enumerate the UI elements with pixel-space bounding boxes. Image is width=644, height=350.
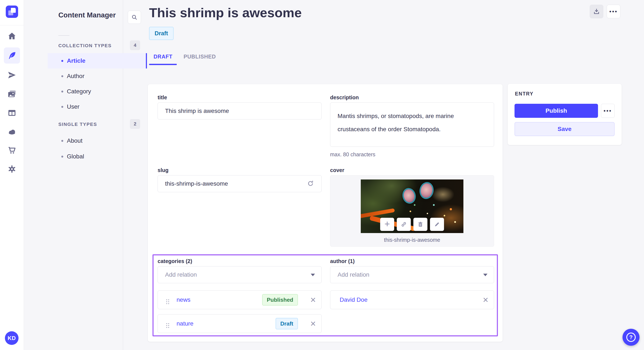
- pencil-icon: [434, 221, 440, 227]
- relation-link-news[interactable]: news: [176, 296, 190, 303]
- title-field-label: title: [158, 94, 167, 101]
- sidebar-item-user[interactable]: User: [48, 99, 147, 114]
- sidebar-divider: [58, 35, 70, 36]
- bullet-icon: [61, 106, 63, 108]
- collection-types-count: 4: [130, 40, 140, 50]
- drag-handle-icon[interactable]: [166, 298, 169, 302]
- settings-icon[interactable]: [4, 161, 20, 177]
- content-manager-icon[interactable]: [4, 47, 20, 64]
- relation-link-nature[interactable]: nature: [176, 320, 193, 327]
- refresh-icon: [307, 180, 314, 187]
- home-icon[interactable]: [4, 28, 20, 44]
- strapi-content-manager-screen: KD Content Manager COLLECTION TYPES 4 Ar…: [0, 0, 644, 350]
- more-icon: •••: [609, 9, 618, 14]
- status-badge: Draft: [149, 27, 174, 40]
- author-relation-input[interactable]: [330, 266, 494, 283]
- delete-asset-button[interactable]: [413, 218, 428, 231]
- sidebar-item-category[interactable]: Category: [48, 84, 147, 99]
- sidebar-item-label: User: [67, 103, 80, 110]
- releases-icon[interactable]: [4, 67, 20, 83]
- bullet-icon: [61, 75, 63, 77]
- tab-published[interactable]: PUBLISHED: [184, 54, 216, 60]
- content-type-builder-icon[interactable]: [4, 105, 20, 121]
- link-icon: [400, 221, 407, 228]
- slug-input[interactable]: [158, 175, 322, 192]
- nav-rail: KD: [0, 0, 24, 350]
- active-tab-underline: [149, 64, 177, 65]
- more-icon: •••: [604, 108, 612, 114]
- sidebar-title: Content Manager: [58, 11, 116, 19]
- entry-more-button[interactable]: •••: [601, 104, 614, 118]
- bullet-icon: [61, 156, 63, 158]
- remove-relation-button[interactable]: ×: [310, 319, 316, 328]
- sidebar-item-author[interactable]: Author: [48, 68, 147, 84]
- relation-row-david-doe: David Doe ×: [330, 291, 494, 309]
- save-button[interactable]: Save: [514, 122, 614, 136]
- page-title: This shrimp is awesome: [149, 5, 302, 20]
- question-mark-icon: ?: [626, 333, 636, 342]
- search-button[interactable]: [128, 11, 141, 24]
- bullet-icon: [61, 91, 63, 93]
- categories-relation-input[interactable]: [158, 266, 321, 283]
- add-asset-button[interactable]: +: [380, 218, 394, 231]
- deploy-icon[interactable]: [4, 124, 20, 140]
- entry-panel-title: ENTRY: [515, 91, 534, 97]
- single-types-count: 2: [130, 119, 140, 129]
- bullet-icon: [61, 60, 63, 62]
- description-field-label: description: [330, 94, 359, 101]
- single-types-label: SINGLE TYPES: [58, 122, 97, 127]
- relation-link-david-doe[interactable]: David Doe: [340, 296, 368, 303]
- draft-status-badge: Draft: [276, 318, 298, 329]
- trash-icon: [417, 221, 424, 227]
- sidebar-item-label: Article: [67, 57, 86, 64]
- header-more-button[interactable]: •••: [607, 5, 620, 18]
- regenerate-slug-button[interactable]: [307, 180, 314, 187]
- tab-draft[interactable]: DRAFT: [154, 54, 172, 60]
- plus-icon: +: [384, 219, 390, 229]
- help-button[interactable]: ?: [622, 329, 640, 346]
- collection-types-label: COLLECTION TYPES: [58, 43, 112, 48]
- marketplace-icon[interactable]: [4, 142, 20, 159]
- cover-field-label: cover: [330, 167, 344, 173]
- remove-relation-button[interactable]: ×: [310, 295, 316, 305]
- drag-handle-icon[interactable]: [166, 321, 169, 326]
- shrimp-arm-art: [361, 208, 395, 218]
- sidebar-item-article[interactable]: Article: [48, 53, 147, 68]
- remove-relation-button[interactable]: ×: [483, 295, 488, 305]
- edit-asset-button[interactable]: [430, 218, 444, 231]
- sidebar-item-about[interactable]: About: [48, 133, 147, 149]
- sidebar-item-label: Global: [67, 153, 84, 160]
- relation-row-nature: nature Draft ×: [158, 314, 322, 333]
- publish-button[interactable]: Publish: [514, 104, 598, 118]
- cover-filename: this-shrimp-is-awesome: [330, 237, 494, 243]
- author-relation-combobox[interactable]: [330, 266, 494, 283]
- sidebar-item-global[interactable]: Global: [48, 149, 147, 164]
- user-avatar[interactable]: KD: [5, 331, 18, 345]
- search-icon: [131, 14, 138, 20]
- author-field-label: author (1): [330, 258, 354, 264]
- media-library-icon[interactable]: [4, 86, 20, 102]
- title-input[interactable]: [158, 103, 322, 120]
- categories-relation-combobox[interactable]: [158, 266, 322, 283]
- strapi-logo: [6, 5, 18, 18]
- slug-field-label: slug: [158, 167, 168, 173]
- sidebar-item-label: Author: [67, 73, 84, 80]
- description-helper-text: max. 80 characters: [330, 151, 376, 158]
- cover-actions-toolbar: +: [380, 218, 444, 231]
- download-icon: [593, 8, 600, 15]
- sidebar-item-label: About: [67, 137, 82, 144]
- content-manager-sidebar: Content Manager COLLECTION TYPES 4 Artic…: [24, 0, 123, 350]
- copy-link-button[interactable]: [397, 218, 411, 231]
- description-input[interactable]: Mantis shrimps, or stomatopods, are mari…: [330, 103, 494, 147]
- relation-row-news: news Published ×: [158, 291, 322, 309]
- bullet-icon: [61, 140, 63, 142]
- published-status-badge: Published: [262, 294, 298, 306]
- sidebar-item-label: Category: [67, 88, 91, 95]
- export-button[interactable]: [590, 5, 603, 18]
- categories-field-label: categories (2): [158, 258, 192, 264]
